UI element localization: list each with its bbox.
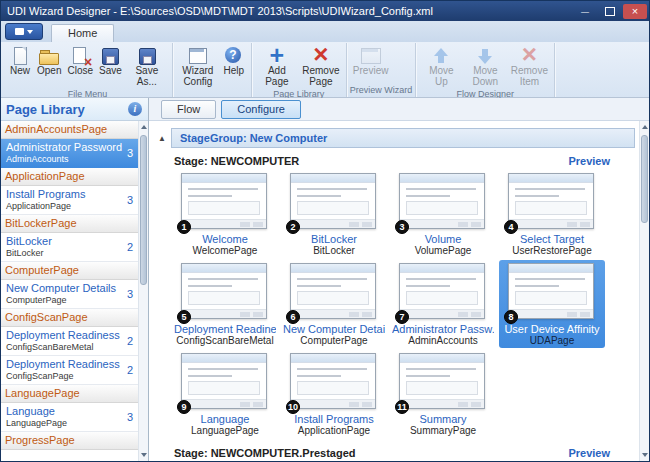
tab-configure[interactable]: Configure (221, 100, 301, 119)
wizard-page-thumbnail (508, 173, 594, 229)
wizard-page-thumbnail (181, 173, 267, 229)
ribbon-button-label: Add Page (258, 66, 296, 87)
wizard-page-tile[interactable]: 1 Welcome WelcomePage (172, 170, 278, 258)
wizard-page-tile[interactable]: 5 Deployment Readiness ConfigScanBareMet… (172, 260, 278, 348)
page-item-count: 3 (124, 411, 136, 423)
add-page-button[interactable]: Add Page (255, 43, 299, 89)
stage-pages-grid (172, 460, 633, 461)
page-library-item[interactable]: BitLocker BitLocker 2 (1, 233, 138, 262)
scroll-thumb[interactable] (641, 135, 648, 223)
ribbon-group-buttons: Wizard Config Help (176, 43, 248, 89)
minimize-icon[interactable] (573, 4, 597, 19)
page-library-panel: Page Library i AdminAccountsPage Adminis… (1, 98, 149, 461)
wizard-page-tile[interactable]: 2 BitLocker BitLocker (281, 170, 387, 258)
close-button[interactable]: Close (64, 43, 96, 79)
ribbon-button-label: Preview (353, 66, 389, 77)
app-menu-button[interactable] (5, 23, 43, 40)
window-title: UDI Wizard Designer - E:\Sources\OSD\MDT… (7, 5, 573, 17)
page-library-group: AdminAccountsPage Administrator Password… (1, 121, 138, 168)
app-window: UDI Wizard Designer - E:\Sources\OSD\MDT… (0, 0, 650, 462)
thumb-wrap: 5 (181, 263, 269, 319)
page-tile-title: BitLocker (283, 233, 385, 245)
maximize-icon[interactable] (598, 4, 622, 19)
main-scrollbar[interactable] (639, 121, 649, 461)
page-item-text: Language LanguagePage (6, 405, 67, 428)
page-tile-subtitle: LanguagePage (174, 425, 276, 436)
page-number-badge: 4 (504, 220, 518, 234)
scroll-up-icon[interactable] (640, 121, 649, 133)
page-number-badge: 11 (395, 400, 409, 414)
wizard-page-tile[interactable]: 9 Language LanguagePage (172, 350, 278, 438)
page-item-subtitle: ApplicationPage (6, 200, 85, 211)
wizard-page-thumbnail (181, 353, 267, 409)
page-item-text: Administrator Password AdminAccounts (6, 141, 122, 164)
new-button[interactable]: New (6, 43, 34, 79)
wizard-page-tile[interactable]: 11 Summary SummaryPage (390, 350, 496, 438)
page-tile-title: Select Target (501, 233, 603, 245)
preview-link[interactable]: Preview (568, 155, 610, 167)
wizard-page-tile[interactable]: 4 Select Target UserRestorePage (499, 170, 605, 258)
page-library-group: LanguagePage Language LanguagePage 3 (1, 385, 138, 432)
scroll-down-icon[interactable] (640, 449, 649, 461)
move-up-icon (430, 46, 452, 66)
stage-section: Stage: NEWCOMPUTER Preview 1 Welcome Wel… (172, 155, 633, 440)
new-document-icon (9, 46, 31, 66)
page-item-text: BitLocker BitLocker (6, 235, 52, 258)
tab-flow[interactable]: Flow (161, 100, 216, 119)
page-number-badge: 9 (177, 400, 191, 414)
help-button[interactable]: Help (220, 43, 248, 79)
page-tile-subtitle: ConfigScanBareMetal (174, 335, 276, 346)
page-number-badge: 10 (286, 400, 300, 414)
remove-page-button[interactable]: Remove Page (299, 43, 343, 89)
page-item-count: 3 (124, 288, 136, 300)
page-library-item[interactable]: Deployment Readiness ConfigScanPage 2 (1, 356, 138, 385)
ribbon-group: Add Page Remove Page Page Library (252, 43, 347, 97)
page-group-name: BitLockerPage (5, 217, 77, 229)
close-icon[interactable] (623, 4, 647, 19)
scroll-thumb[interactable] (140, 135, 147, 285)
preview-button: Preview (350, 43, 392, 79)
page-number-badge: 3 (395, 220, 409, 234)
page-library-item[interactable]: New Computer Details ComputerPage 3 (1, 280, 138, 309)
page-tile-title: Summary (392, 413, 494, 425)
scroll-up-icon[interactable] (139, 121, 148, 133)
page-tile-title: User Device Affinity (501, 323, 603, 335)
page-item-title: Deployment Readiness (6, 358, 120, 370)
move-up-button: Move Up (419, 43, 463, 89)
wizard-page-tile[interactable]: 10 Install Programs ApplicationPage (281, 350, 387, 438)
tab-home[interactable]: Home (51, 24, 114, 42)
collapse-expander-icon[interactable] (156, 134, 168, 143)
open-button[interactable]: Open (34, 43, 64, 79)
page-library-item[interactable]: Deployment Readiness ConfigScanBareMetal… (1, 327, 138, 356)
ribbon-button-label: Move Up (422, 66, 460, 87)
page-tile-title: Install Programs (283, 413, 385, 425)
ribbon-group-label (176, 89, 248, 97)
wizard-page-tile[interactable]: 7 Administrator Passw... AdminAccounts (390, 260, 496, 348)
page-library-group: BitLockerPage BitLocker BitLocker 2 (1, 215, 138, 262)
save-as-button[interactable]: Save As... (125, 43, 169, 89)
thumb-wrap: 7 (399, 263, 487, 319)
page-tile-title: Administrator Passw... (392, 323, 494, 335)
wizard-page-thumbnail (290, 263, 376, 319)
page-library-item[interactable]: Install Programs ApplicationPage 3 (1, 186, 138, 215)
page-library-item[interactable]: Language LanguagePage 3 (1, 403, 138, 432)
wizard-config-button[interactable]: Wizard Config (176, 43, 220, 89)
page-tile-subtitle: AdminAccounts (392, 335, 494, 346)
page-tile-title: New Computer Details (283, 323, 385, 335)
page-library-item[interactable]: Administrator Password AdminAccounts 3 (1, 139, 138, 168)
save-button[interactable]: Save (96, 43, 125, 79)
info-icon[interactable]: i (128, 102, 142, 116)
ribbon-group-buttons: Move Up Move Down Remove Item (419, 43, 551, 89)
wizard-page-tile[interactable]: 3 Volume VolumePage (390, 170, 496, 258)
wizard-page-tile[interactable]: 8 User Device Affinity UDAPage (499, 260, 605, 348)
scroll-down-icon[interactable] (139, 449, 148, 461)
designer-area: Flow Configure StageGroup: New Computer … (149, 98, 649, 461)
preview-link[interactable]: Preview (568, 447, 610, 459)
ribbon-button-label: Remove Item (510, 66, 548, 87)
sidebar-scrollbar[interactable] (138, 121, 148, 461)
group-items: BitLocker BitLocker 2 (1, 233, 138, 262)
wizard-page-tile[interactable]: 6 New Computer Details ComputerPage (281, 260, 387, 348)
thumb-wrap: 8 (508, 263, 596, 319)
stage-pages-grid: 1 Welcome WelcomePage 2 BitLocker BitLoc… (172, 168, 633, 440)
page-tile-subtitle: VolumePage (392, 245, 494, 256)
